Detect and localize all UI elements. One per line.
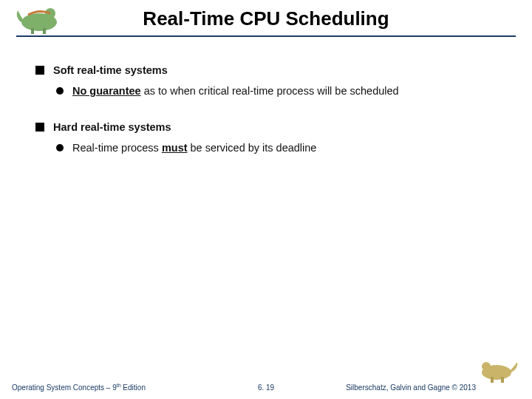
bullet-soft-heading: Soft real-time systems xyxy=(35,64,502,78)
soft-sub-rest: as to when critical real-time process wi… xyxy=(141,85,399,97)
hard-sub-prefix: Real-time process xyxy=(72,142,162,154)
hard-sub-rest: be serviced by its deadline xyxy=(188,142,317,154)
svg-point-5 xyxy=(482,362,491,371)
svg-rect-7 xyxy=(501,377,504,383)
bullet-hard-heading: Hard real-time systems xyxy=(35,120,502,135)
dinosaur-bottom-icon xyxy=(476,356,520,386)
bullet-soft-sub: No guarantee as to when critical real-ti… xyxy=(56,84,455,99)
title-underline xyxy=(16,35,516,37)
title-bar: Real-Time CPU Scheduling xyxy=(0,7,532,30)
svg-rect-6 xyxy=(491,377,494,383)
footer-right: Silberschatz, Galvin and Gagne © 2013 xyxy=(346,383,476,392)
content-area: Soft real-time systems No guarantee as t… xyxy=(35,64,502,177)
hard-sub-underlined: must xyxy=(162,142,188,154)
slide: Real-Time CPU Scheduling Soft real-time … xyxy=(0,0,532,399)
slide-title: Real-Time CPU Scheduling xyxy=(0,7,532,30)
bullet-hard-sub: Real-time process must be serviced by it… xyxy=(56,141,455,156)
soft-sub-underlined: No guarantee xyxy=(72,85,141,97)
